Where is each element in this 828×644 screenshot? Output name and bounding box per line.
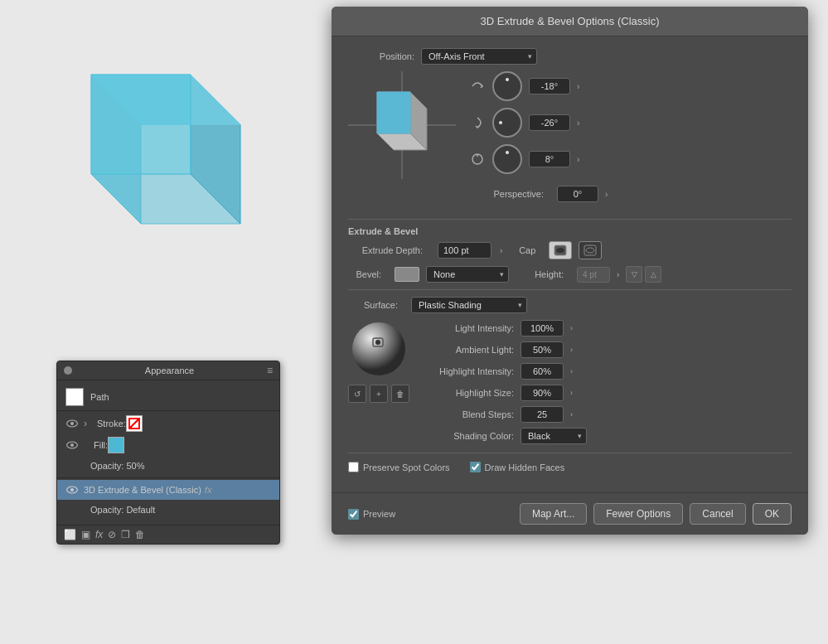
appearance-panel: Appearance ≡ Path › Stroke:	[56, 361, 280, 545]
extrude-row: Extrude Depth: 100 pt › Cap	[348, 241, 792, 259]
fill-label: Fill:	[94, 440, 108, 450]
dialog-cube-svg	[348, 71, 456, 179]
opacity-row: Opacity: 50%	[57, 456, 279, 476]
height-chevron[interactable]: ›	[617, 270, 619, 279]
canvas-area	[25, 50, 307, 315]
highlight-size-arrow[interactable]: ›	[570, 389, 573, 397]
effect-label: 3D Extrude & Bevel (Classic)	[84, 485, 201, 495]
bevel-out-icon[interactable]: △	[645, 266, 661, 283]
position-select[interactable]: Off-Axis Front	[421, 48, 537, 65]
dialog-content: Position: Off-Axis Front ▾	[332, 36, 808, 492]
perspective-label: Perspective:	[469, 189, 544, 199]
dial-y-dot	[499, 121, 502, 124]
height-icons: ▽ △	[626, 266, 661, 283]
bevel-thumb	[395, 267, 419, 282]
fill-row[interactable]: Fill:	[57, 434, 279, 456]
preserve-spot-checkbox[interactable]	[348, 462, 359, 472]
rotation-y-dial[interactable]	[492, 108, 522, 138]
highlight-intensity-value[interactable]: 60%	[521, 363, 564, 380]
blend-steps-label: Blend Steps:	[423, 409, 514, 419]
light-intensity-value[interactable]: 100%	[521, 320, 564, 337]
blend-steps-arrow[interactable]: ›	[570, 410, 573, 419]
cap-row: Cap	[511, 241, 602, 259]
preserve-spot-label[interactable]: Preserve Spot Colors	[348, 462, 450, 472]
effect-row[interactable]: 3D Extrude & Bevel (Classic) fx	[57, 480, 279, 500]
rotation-z-row: 8° ›	[469, 144, 792, 174]
bevel-row: Bevel: None ▾ Height: 4 pt › ▽ △	[348, 266, 792, 283]
stroke-color-thumb[interactable]	[126, 415, 143, 432]
rotate-light-icon[interactable]: ↺	[348, 385, 366, 403]
dialog-titlebar: 3D Extrude & Bevel Options (Classic)	[332, 7, 808, 36]
stroke-inner	[128, 418, 140, 429]
rotation-y-value[interactable]: -26°	[529, 114, 570, 131]
rotation-z-chevron[interactable]: ›	[577, 155, 579, 164]
opacity-label: Opacity: 50%	[90, 461, 144, 471]
delete-icon[interactable]: 🗑	[135, 529, 145, 540]
fewer-options-button[interactable]: Fewer Options	[593, 503, 683, 525]
light-intensity-label: Light Intensity:	[423, 323, 514, 333]
cap-off-button[interactable]	[579, 241, 602, 259]
rotation-x-value[interactable]: -18°	[529, 78, 570, 94]
highlight-intensity-arrow[interactable]: ›	[570, 367, 573, 375]
preview-label[interactable]: Preview	[348, 509, 395, 520]
panel-body: Path › Stroke: Fill: Opac	[57, 380, 279, 525]
surface-select[interactable]: Plastic Shading	[411, 297, 527, 313]
preview-checkbox[interactable]	[348, 509, 359, 520]
rotation-y-chevron[interactable]: ›	[577, 119, 579, 128]
extrude-section-title: Extrude & Bevel	[348, 219, 792, 236]
rotation-x-chevron[interactable]: ›	[577, 82, 579, 91]
perspective-row: Perspective: 0° ›	[469, 186, 792, 202]
cancel-button[interactable]: Cancel	[690, 503, 745, 525]
blend-steps-value[interactable]: 25	[521, 406, 564, 423]
light-intensity-arrow[interactable]: ›	[570, 324, 573, 332]
map-art-button[interactable]: Map Art...	[520, 503, 587, 525]
stroke-row[interactable]: › Stroke:	[57, 413, 279, 434]
rotation-x-dial[interactable]	[492, 71, 522, 101]
copy-icon[interactable]: ❒	[121, 529, 130, 540]
shading-color-select[interactable]: Black	[521, 428, 587, 444]
cap-on-button[interactable]	[549, 241, 572, 259]
dialog-footer: Preview Map Art... Fewer Options Cancel …	[332, 492, 808, 535]
fx-icon[interactable]: fx	[95, 529, 103, 540]
extrude-depth-label: Extrude Depth:	[348, 245, 423, 255]
height-input[interactable]: 4 pt	[577, 267, 610, 283]
sphere-icons: ↺ + 🗑	[348, 385, 409, 403]
ok-button[interactable]: OK	[753, 503, 792, 525]
svg-point-12	[70, 488, 74, 491]
dial-z-dot	[506, 151, 509, 154]
height-label: Height:	[522, 269, 564, 279]
rotation-area: -18° › -26° ›	[348, 71, 792, 212]
rotation-z-dial[interactable]	[492, 144, 522, 174]
draw-hidden-text: Draw Hidden Faces	[485, 462, 565, 472]
svg-point-24	[586, 248, 594, 253]
stroke-expand-arrow[interactable]: ›	[84, 418, 94, 429]
perspective-chevron[interactable]: ›	[605, 190, 608, 199]
svg-point-10	[70, 443, 74, 447]
extrude-depth-input[interactable]: 100 pt	[438, 242, 491, 259]
extrude-depth-chevron[interactable]: ›	[500, 246, 502, 255]
layer-icon[interactable]: ▣	[81, 529, 90, 540]
highlight-size-row: Highlight Size: 90% ›	[423, 385, 792, 401]
panel-close-button[interactable]	[64, 366, 72, 375]
draw-hidden-checkbox[interactable]	[470, 462, 481, 472]
bevel-in-icon[interactable]: ▽	[626, 266, 642, 283]
fill-color-thumb[interactable]	[108, 437, 124, 453]
panel-menu-icon[interactable]: ≡	[267, 365, 273, 376]
add-layer-icon[interactable]: ⬜	[64, 529, 76, 540]
no-icon[interactable]: ⊘	[108, 529, 116, 540]
delete-light-icon[interactable]: 🗑	[391, 385, 409, 403]
position-label: Position:	[348, 51, 414, 61]
sphere-preview	[350, 320, 408, 378]
draw-hidden-label[interactable]: Draw Hidden Faces	[470, 462, 565, 472]
panel-footer: ⬜ ▣ fx ⊘ ❒ 🗑	[57, 525, 279, 544]
perspective-value[interactable]: 0°	[557, 186, 598, 202]
ambient-light-value[interactable]: 50%	[521, 341, 564, 358]
bevel-select[interactable]: None	[426, 266, 509, 283]
add-light-icon[interactable]: +	[370, 385, 388, 403]
highlight-size-value[interactable]: 90%	[521, 385, 564, 401]
ambient-light-arrow[interactable]: ›	[570, 346, 573, 354]
eye-icon-fill	[65, 441, 79, 449]
3d-extrude-dialog: 3D Extrude & Bevel Options (Classic) Pos…	[332, 7, 808, 535]
rotation-y-icon	[469, 114, 486, 131]
rotation-z-value[interactable]: 8°	[529, 151, 570, 167]
